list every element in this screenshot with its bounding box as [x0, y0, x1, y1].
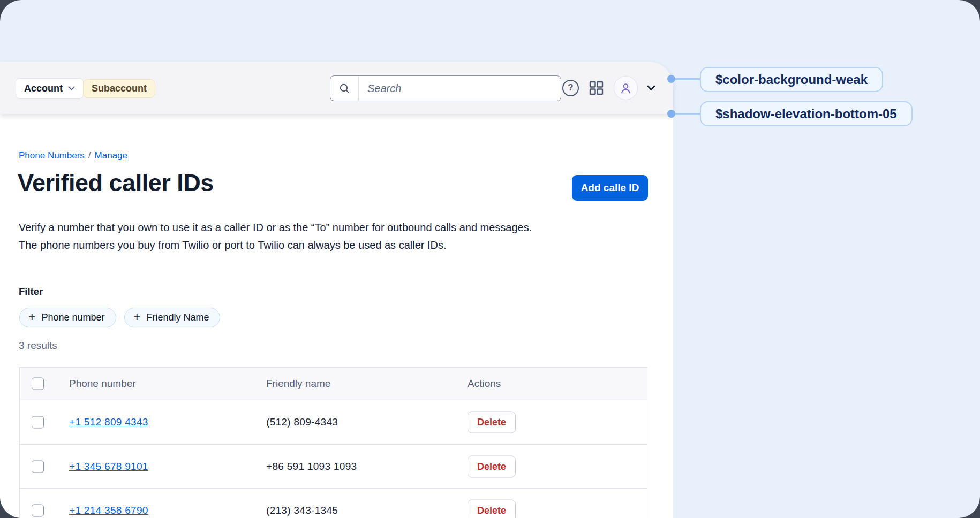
user-icon — [619, 81, 633, 95]
search-input[interactable] — [359, 76, 561, 101]
row-checkbox[interactable] — [32, 504, 44, 516]
search-icon — [330, 76, 359, 101]
breadcrumb-link-phone-numbers[interactable]: Phone Numbers — [19, 150, 85, 161]
friendly-name-cell: (213) 343-1345 — [266, 505, 338, 516]
page-description-line-2: The phone numbers you buy from Twilio or… — [19, 237, 532, 254]
search-box — [330, 75, 561, 101]
page-description: Verify a number that you own to use it a… — [19, 219, 532, 254]
chevron-down-icon — [68, 86, 75, 91]
user-menu-chevron-icon[interactable] — [647, 85, 655, 91]
account-menu-label: Account — [24, 83, 63, 94]
account-menu-button[interactable]: Account — [16, 78, 84, 99]
user-avatar[interactable] — [614, 76, 638, 100]
column-header-friendly-name: Friendly name — [266, 378, 330, 390]
friendly-name-cell: (512) 809-4343 — [266, 416, 338, 428]
filter-pill-label: Phone number — [41, 312, 104, 323]
filter-pill-label: Friendly Name — [146, 312, 209, 323]
page-description-line-1: Verify a number that you own to use it a… — [19, 219, 532, 237]
page-title: Verified caller IDs — [18, 169, 214, 197]
phone-number-link[interactable]: +1 512 809 4343 — [69, 416, 148, 428]
friendly-name-cell: +86 591 1093 1093 — [266, 461, 357, 473]
row-checkbox[interactable] — [32, 416, 44, 429]
top-navigation-bar: Account Subaccount ? — [0, 62, 673, 114]
delete-button[interactable]: Delete — [468, 455, 516, 477]
filter-pill-friendly-name[interactable]: + Friendly Name — [124, 308, 220, 327]
table-header-row: Phone number Friendly name Actions — [20, 368, 647, 400]
app-canvas: Account Subaccount ? — [0, 0, 980, 518]
breadcrumb: Phone Numbers/Manage — [19, 150, 127, 161]
annotation-connector-line — [670, 78, 704, 80]
annotation-label-shadow-elevation: $shadow-elevation-bottom-05 — [700, 101, 913, 126]
annotation-connector-line — [670, 113, 704, 115]
phone-number-link[interactable]: +1 214 358 6790 — [69, 505, 148, 516]
filter-pill-phone-number[interactable]: + Phone number — [19, 308, 116, 327]
plus-icon: + — [28, 311, 35, 323]
add-caller-id-button[interactable]: Add calle ID — [572, 175, 648, 201]
row-checkbox[interactable] — [32, 460, 44, 473]
filter-label: Filter — [19, 286, 43, 298]
table-row: +1 512 809 4343 (512) 809-4343 Delete — [20, 400, 647, 444]
apps-grid-icon[interactable] — [588, 80, 605, 96]
delete-button[interactable]: Delete — [468, 412, 516, 433]
breadcrumb-separator: / — [88, 150, 91, 161]
column-header-actions: Actions — [468, 378, 501, 390]
results-count: 3 results — [19, 340, 57, 352]
annotation-label-background-weak: $color-background-weak — [700, 67, 883, 92]
help-glyph: ? — [568, 82, 573, 93]
table-row: +1 214 358 6790 (213) 343-1345 Delete — [20, 488, 647, 518]
verified-caller-ids-table: Phone number Friendly name Actions +1 51… — [19, 367, 647, 518]
plus-icon: + — [133, 311, 140, 323]
help-icon[interactable]: ? — [562, 80, 579, 96]
phone-number-link[interactable]: +1 345 678 9101 — [69, 461, 148, 473]
breadcrumb-link-manage[interactable]: Manage — [95, 150, 127, 161]
topbar-icon-group: ? — [562, 62, 655, 114]
annotation-dot — [667, 75, 675, 83]
delete-button[interactable]: Delete — [468, 499, 516, 518]
column-header-phone-number: Phone number — [69, 378, 136, 390]
table-row: +1 345 678 9101 +86 591 1093 1093 Delete — [20, 444, 647, 488]
select-all-checkbox[interactable] — [32, 378, 44, 390]
subaccount-badge: Subaccount — [83, 79, 155, 98]
annotation-dot — [667, 110, 675, 118]
